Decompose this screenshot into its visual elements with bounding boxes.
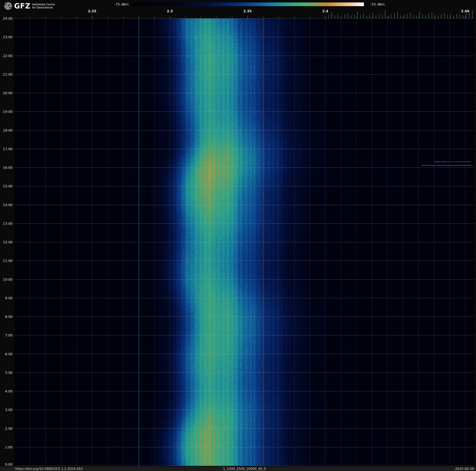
channel-marker-tick — [441, 14, 441, 18]
time-tick-label: 22:00 — [3, 54, 13, 58]
time-tick-label: 3:00 — [5, 408, 13, 412]
time-tick-label: 23:00 — [3, 35, 13, 39]
footer-bar: https://doi.org/10.5880/GFZ.1.2.2024.003… — [0, 467, 476, 471]
time-tick-label: 10:00 — [3, 277, 13, 281]
time-tick-label: 2:00 — [5, 427, 13, 430]
freq-axis-tick — [372, 17, 372, 18]
channel-marker-tick — [354, 15, 354, 18]
channel-marker-tick — [388, 16, 389, 18]
freq-axis-tick — [294, 17, 294, 18]
channel-marker-tick — [401, 15, 401, 18]
freq-axis-tick — [201, 17, 201, 18]
channel-marker-tick — [435, 15, 435, 18]
channel-marker-tick — [338, 14, 338, 18]
channel-marker-tick — [398, 12, 398, 18]
channel-marker-tick — [444, 13, 444, 18]
channel-marker-tick — [460, 15, 460, 18]
freq-axis-tick — [217, 17, 217, 18]
doi-text: https://doi.org/10.5880/GFZ.1.2.2024.003 — [15, 467, 83, 471]
channel-marker-tick — [466, 13, 466, 18]
time-tick-label: 4:00 — [5, 389, 13, 393]
channel-marker-tick — [404, 15, 404, 18]
time-tick-label: 14:00 — [3, 203, 13, 207]
freq-axis-tick — [232, 17, 232, 18]
freq-axis-tick — [357, 17, 357, 18]
channel-marker-tick — [370, 15, 370, 18]
freq-axis-tick — [61, 17, 61, 18]
channel-marker-tick — [453, 16, 454, 18]
freq-tick-label: 2.3 — [167, 9, 173, 13]
freq-axis-tick — [170, 16, 170, 18]
freq-axis-tick — [248, 16, 248, 18]
channel-marker-tick — [360, 15, 360, 18]
channel-marker-tick — [416, 16, 416, 18]
channel-marker-tick — [447, 15, 448, 18]
channel-marker-tick — [376, 15, 376, 18]
freq-tick-label: 2.4 — [322, 9, 328, 13]
freq-axis-tick — [30, 17, 30, 18]
freq-tick-label: 2.25 — [88, 9, 96, 13]
gfz-globe-icon — [4, 2, 12, 10]
time-tick-label: 5:00 — [5, 371, 13, 375]
channel-marker-tick — [394, 13, 395, 18]
freq-axis-tick — [465, 16, 465, 18]
time-tick-label: 18:00 — [3, 128, 13, 132]
channel-marker-tick — [432, 12, 432, 18]
time-tick-label: 6:00 — [5, 352, 13, 356]
frequency-axis: 2.252.32.352.42.49 — [15, 0, 475, 18]
freq-axis-tick — [310, 17, 310, 18]
freq-axis-tick — [419, 17, 419, 18]
freq-axis-tick — [325, 16, 325, 18]
time-tick-label: 20:00 — [3, 91, 13, 95]
time-tick-label: 11:00 — [3, 259, 13, 263]
channel-marker-tick — [328, 15, 329, 18]
time-tick-label: 24:00 — [3, 17, 13, 20]
time-tick-label: 9:00 — [5, 296, 13, 300]
channel-marker-tick — [428, 14, 429, 18]
freq-axis-tick — [387, 17, 388, 18]
channel-marker-tick — [391, 15, 391, 18]
spectrogram-canvas — [15, 18, 475, 466]
time-tick-label: 8:00 — [5, 315, 13, 319]
freq-axis-tick — [92, 16, 92, 18]
channel-marker-tick — [457, 14, 457, 18]
channel-marker-tick — [335, 15, 335, 18]
channel-marker-tick — [373, 13, 373, 18]
freq-axis-tick — [279, 17, 279, 18]
time-axis: 24:0023:0022:0021:0020:0019:0018:0017:00… — [0, 18, 14, 466]
channel-marker-tick — [469, 12, 469, 18]
channel-marker-tick — [382, 15, 382, 18]
channel-marker-tick — [450, 15, 451, 18]
time-tick-label: 1:00 — [5, 445, 13, 449]
time-tick-label: 13:00 — [3, 221, 13, 225]
freq-axis-tick — [139, 17, 139, 18]
channel-marker-tick — [422, 15, 423, 18]
freq-axis-tick — [450, 17, 450, 18]
freq-axis-tick — [108, 17, 108, 18]
channel-marker-tick — [410, 13, 410, 18]
channel-marker-tick — [332, 12, 332, 18]
channel-marker-tick — [407, 14, 407, 18]
spectrogram-page: GFZ Helmholtz Centre for Geosciences -75… — [0, 0, 476, 471]
freq-axis-tick — [154, 17, 155, 18]
time-tick-label: 19:00 — [3, 110, 13, 114]
capture-filename: 1_2200_2500_10000_40_0 — [223, 467, 266, 471]
channel-marker-tick — [472, 10, 473, 18]
spectrogram-plot — [15, 18, 475, 466]
time-tick-label: 12:00 — [3, 240, 13, 244]
freq-axis-tick — [185, 17, 186, 18]
channel-marker-tick — [363, 14, 364, 18]
channel-marker-tick — [345, 14, 345, 18]
freq-axis-tick — [263, 17, 263, 18]
channel-marker-tick — [419, 12, 420, 18]
channel-marker-tick — [341, 16, 341, 18]
time-tick-label: 7:00 — [5, 333, 13, 337]
time-tick-label: 17:00 — [3, 147, 13, 151]
channel-marker-tick — [367, 16, 367, 18]
channel-marker-tick — [438, 16, 438, 18]
channel-marker-tick — [425, 15, 426, 18]
channel-marker-tick — [351, 15, 351, 18]
freq-axis-tick — [45, 17, 46, 18]
channel-marker-tick — [413, 15, 413, 18]
time-tick-label: 21:00 — [3, 72, 13, 76]
